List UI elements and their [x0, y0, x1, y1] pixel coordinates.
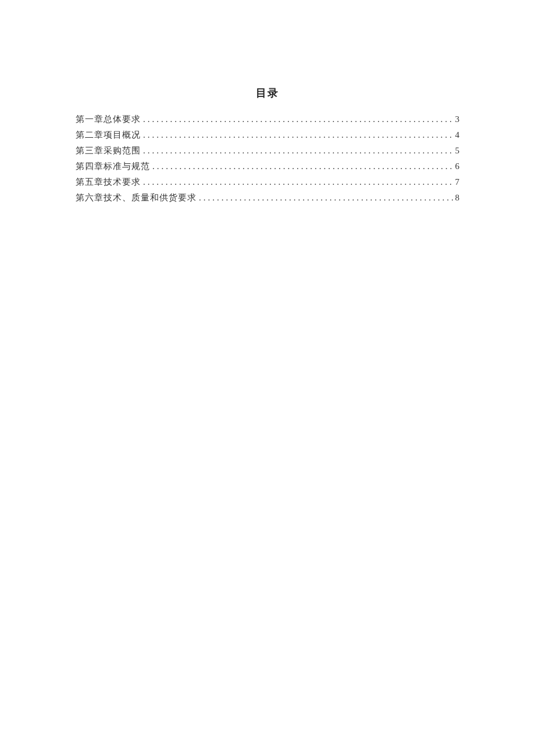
- toc-leader-dots: [199, 190, 453, 206]
- toc-entry-label: 第三章采购范围: [76, 143, 141, 159]
- toc-entry-page: 4: [455, 127, 460, 143]
- toc-leader-dots: [152, 159, 453, 174]
- toc-entry-label: 第五章技术要求: [76, 174, 141, 190]
- toc-entry-label: 第一章总体要求: [76, 112, 141, 127]
- toc-entry-label: 第六章技术、质量和供货要求: [76, 190, 197, 206]
- toc-entry-page: 8: [455, 190, 460, 206]
- toc-entry-page: 6: [455, 159, 460, 174]
- toc-entry: 第一章总体要求 3: [76, 112, 459, 127]
- toc-entry: 第六章技术、质量和供货要求 8: [76, 190, 459, 206]
- toc-leader-dots: [143, 127, 453, 143]
- toc-leader-dots: [143, 143, 453, 159]
- toc-entry-page: 7: [455, 174, 460, 190]
- toc-entry-page: 3: [455, 112, 460, 127]
- toc-entry-page: 5: [455, 143, 460, 159]
- toc-entry: 第五章技术要求 7: [76, 174, 459, 190]
- toc-leader-dots: [143, 174, 453, 190]
- toc-list: 第一章总体要求 3 第二章项目概况 4 第三章采购范围 5 第四章标准与规范 6…: [76, 112, 459, 206]
- document-page: 目录 第一章总体要求 3 第二章项目概况 4 第三章采购范围 5 第四章标准与规…: [0, 86, 535, 206]
- toc-leader-dots: [143, 112, 453, 127]
- toc-entry: 第四章标准与规范 6: [76, 159, 459, 174]
- toc-entry-label: 第四章标准与规范: [76, 159, 150, 174]
- toc-entry-label: 第二章项目概况: [76, 127, 141, 143]
- toc-entry: 第三章采购范围 5: [76, 143, 459, 159]
- toc-title: 目录: [76, 86, 459, 100]
- toc-entry: 第二章项目概况 4: [76, 127, 459, 143]
